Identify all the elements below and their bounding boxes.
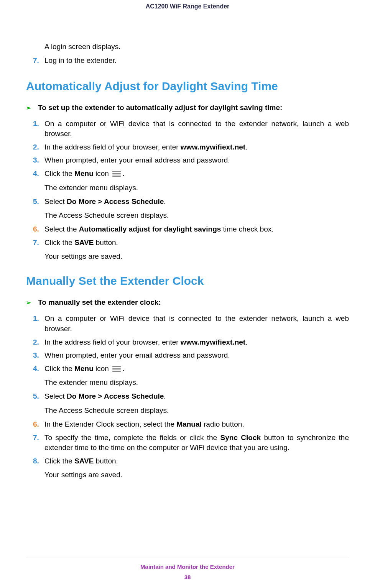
text-span: .	[245, 338, 247, 346]
text-span: .	[245, 143, 247, 151]
step-item: 7. Click the SAVE button.	[26, 238, 349, 248]
text-span: To specify the time, complete the fields…	[44, 434, 220, 442]
step-item: 6. In the Extender Clock section, select…	[26, 419, 349, 430]
main-content: A login screen displays. 7. Log in to th…	[0, 43, 375, 479]
sub-text: The extender menu displays.	[44, 184, 349, 192]
step-item: 8. Click the SAVE button.	[26, 456, 349, 466]
sub-text: The Access Schedule screen displays.	[44, 406, 349, 415]
sub-text: The extender menu displays.	[44, 378, 349, 387]
page-number: 38	[0, 574, 375, 580]
text-span: Click the	[44, 238, 74, 246]
step-item: 7. To specify the time, complete the fie…	[26, 433, 349, 453]
step-number: 1.	[33, 120, 44, 128]
footer-divider	[26, 558, 349, 558]
text-span: In the address field of your browser, en…	[44, 143, 181, 151]
step-item: 2. In the address field of your browser,…	[26, 337, 349, 348]
step-number: 5.	[33, 392, 44, 401]
arrow-icon: ➢	[26, 104, 31, 112]
step-text: On a computer or WiFi device that is con…	[44, 119, 349, 139]
bold-save: SAVE	[74, 238, 94, 246]
bold-manual: Manual	[176, 420, 201, 428]
step-text: Select Do More > Access Schedule.	[44, 197, 349, 207]
step-number: 5.	[33, 197, 44, 206]
bold-path: Do More > Access Schedule	[67, 392, 164, 400]
bold-sync: Sync Clock	[220, 434, 261, 442]
step-text: When prompted, enter your email address …	[44, 155, 349, 166]
step-text: Select Do More > Access Schedule.	[44, 391, 349, 402]
text-span: .	[122, 169, 124, 177]
task-heading: ➢ To manually set the extender clock:	[26, 298, 349, 307]
step-text: In the Extender Clock section, select th…	[44, 419, 349, 430]
step-text: Click the SAVE button.	[44, 238, 349, 248]
text-span: .	[164, 197, 166, 205]
step-number: 2.	[33, 338, 44, 347]
bold-url: www.mywifiext.net	[181, 338, 245, 346]
text-span: time check box.	[221, 225, 273, 233]
step-number: 7.	[33, 238, 44, 247]
intro-text: A login screen displays.	[44, 43, 349, 51]
footer-title: Maintain and Monitor the Extender	[0, 563, 375, 570]
step-number: 4.	[33, 365, 44, 373]
step-text: To specify the time, complete the fields…	[44, 433, 349, 453]
step-item: 3. When prompted, enter your email addre…	[26, 350, 349, 361]
step-text: Log in to the extender.	[44, 56, 349, 66]
step-number: 4.	[33, 169, 44, 178]
step-text: Click the SAVE button.	[44, 456, 349, 466]
step-number: 6.	[33, 420, 44, 429]
text-span: Click the	[44, 457, 74, 465]
step-text: Select the Automatically adjust for dayl…	[44, 224, 349, 235]
hamburger-menu-icon	[112, 171, 121, 177]
step-item: 4. Click the Menu icon .	[26, 169, 349, 179]
text-span: Click the	[44, 169, 74, 177]
text-span: .	[164, 392, 166, 400]
text-span: icon	[94, 169, 111, 177]
step-text: When prompted, enter your email address …	[44, 350, 349, 361]
bold-path: Do More > Access Schedule	[67, 197, 164, 205]
step-number: 6.	[33, 225, 44, 233]
text-span: Select	[44, 197, 67, 205]
step-item: 2. In the address field of your browser,…	[26, 142, 349, 153]
step-number: 7.	[33, 434, 44, 442]
text-span: In the Extender Clock section, select th…	[44, 420, 176, 428]
step-item: 4. Click the Menu icon .	[26, 364, 349, 374]
sub-text: Your settings are saved.	[44, 252, 349, 261]
hamburger-menu-icon	[112, 366, 121, 372]
task-text: To set up the extender to automatically …	[38, 103, 282, 112]
text-span: radio button.	[202, 420, 244, 428]
step-number: 2.	[33, 143, 44, 151]
text-span: In the address field of your browser, en…	[44, 338, 181, 346]
step-text: On a computer or WiFi device that is con…	[44, 314, 349, 334]
sub-text: The Access Schedule screen displays.	[44, 211, 349, 220]
bold-option: Automatically adjust for daylight saving…	[79, 225, 221, 233]
step-text: Click the Menu icon .	[44, 169, 349, 179]
task-text: To manually set the extender clock:	[38, 298, 161, 307]
step-item: 5. Select Do More > Access Schedule.	[26, 391, 349, 402]
step-item: 3. When prompted, enter your email addre…	[26, 155, 349, 166]
step-number: 3.	[33, 351, 44, 360]
text-span: .	[122, 365, 124, 373]
task-heading: ➢ To set up the extender to automaticall…	[26, 103, 349, 112]
step-text: In the address field of your browser, en…	[44, 337, 349, 348]
arrow-icon: ➢	[26, 299, 31, 306]
text-span: button.	[94, 238, 118, 246]
text-span: Select	[44, 392, 67, 400]
section-heading-manual-clock: Manually Set the Extender Clock	[26, 274, 349, 287]
text-span: icon	[94, 365, 111, 373]
step-number: 1.	[33, 314, 44, 323]
step-number: 3.	[33, 156, 44, 164]
step-item: 6. Select the Automatically adjust for d…	[26, 224, 349, 235]
step-item: 1. On a computer or WiFi device that is …	[26, 119, 349, 139]
page-header: AC1200 WiF Range Extender	[0, 0, 375, 43]
text-span: Click the	[44, 365, 74, 373]
step-number: 7.	[33, 56, 44, 65]
text-span: Select the	[44, 225, 79, 233]
section-heading-daylight: Automatically Adjust for Daylight Saving…	[26, 80, 349, 93]
step-item: 1. On a computer or WiFi device that is …	[26, 314, 349, 334]
page-footer: Maintain and Monitor the Extender 38	[0, 558, 375, 580]
bold-url: www.mywifiext.net	[181, 143, 245, 151]
sub-text: Your settings are saved.	[44, 471, 349, 479]
bold-menu: Menu	[74, 169, 94, 177]
bold-menu: Menu	[74, 365, 94, 373]
bold-save: SAVE	[74, 457, 94, 465]
step-number: 8.	[33, 457, 44, 465]
